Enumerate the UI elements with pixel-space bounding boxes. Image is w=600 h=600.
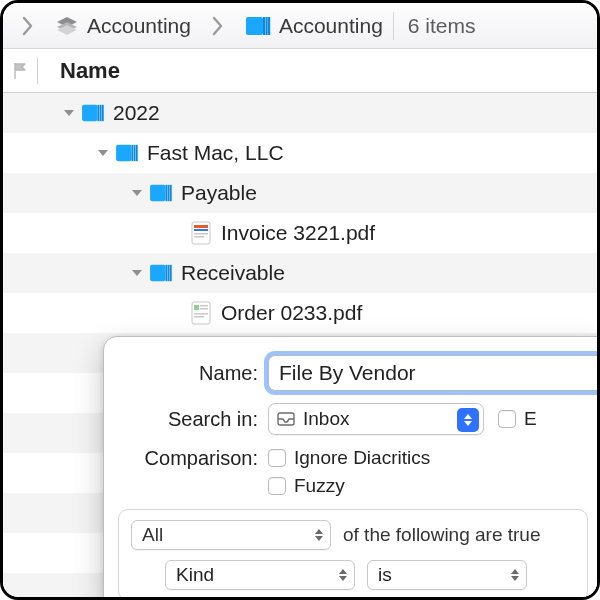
svg-rect-29 (194, 313, 208, 315)
scope-value: All (142, 524, 163, 546)
row-name: Name: (104, 355, 600, 391)
svg-rect-17 (194, 225, 208, 228)
tree-label: 2022 (107, 101, 160, 125)
tree-label: Invoice 3221.pdf (215, 221, 375, 245)
breadcrumb-item-0[interactable]: Accounting (45, 3, 201, 48)
svg-rect-12 (150, 185, 165, 201)
svg-rect-22 (166, 265, 168, 281)
chevron-right-icon (211, 16, 225, 36)
chevron-down-icon[interactable] (93, 147, 113, 159)
svg-rect-27 (200, 305, 208, 307)
svg-rect-19 (194, 233, 208, 235)
breadcrumb-sep-0 (11, 3, 45, 48)
label-search-in: Search in: (104, 408, 268, 431)
search-in-select[interactable]: Inbox (268, 403, 484, 435)
option-fuzzy[interactable]: Fuzzy (268, 475, 430, 497)
breadcrumb-label: Accounting (87, 14, 191, 38)
column-header-name[interactable]: Name (60, 58, 120, 84)
breadcrumb-label: Accounting (279, 14, 383, 38)
search-in-value: Inbox (303, 408, 349, 430)
pdf-icon (187, 301, 215, 325)
tree-row-file[interactable]: Invoice 3221.pdf (3, 213, 597, 253)
tree-label: Order 0233.pdf (215, 301, 362, 325)
breadcrumb-item-1[interactable]: Accounting (235, 3, 393, 48)
svg-rect-13 (166, 185, 168, 201)
tree-row-folder[interactable]: Payable (3, 173, 597, 213)
svg-rect-14 (168, 185, 170, 201)
tree-label: Payable (175, 181, 257, 205)
stack-icon (55, 16, 79, 36)
svg-rect-9 (132, 145, 134, 161)
column-header-row: Name (3, 49, 597, 93)
stepper-icon (507, 564, 523, 586)
op-value: is (378, 564, 392, 586)
svg-rect-2 (265, 17, 267, 35)
stepper-icon (335, 564, 351, 586)
option-label: Ignore Diacritics (294, 447, 430, 469)
svg-rect-4 (82, 105, 97, 121)
label-comparison: Comparison: (104, 447, 268, 470)
checkbox-icon (498, 410, 516, 428)
option-ignore-diacritics[interactable]: Ignore Diacritics (268, 447, 430, 469)
svg-rect-15 (170, 185, 172, 201)
inbox-icon (277, 412, 295, 426)
chevron-down-icon[interactable] (127, 267, 147, 279)
scope-select[interactable]: All (131, 520, 331, 550)
svg-rect-7 (102, 105, 104, 121)
flag-icon (12, 62, 28, 80)
group-icon (245, 15, 271, 37)
svg-rect-20 (194, 236, 204, 238)
attr-select[interactable]: Kind (165, 560, 355, 590)
rule-line-condition: Kind is (131, 560, 575, 590)
op-select[interactable]: is (367, 560, 527, 590)
svg-rect-28 (200, 308, 208, 310)
stepper-icon (311, 524, 327, 546)
tree-row-folder[interactable]: Receivable (3, 253, 597, 293)
group-icon (147, 263, 175, 283)
item-count: 6 items (394, 14, 490, 38)
svg-rect-1 (263, 17, 265, 35)
row-search-in: Search in: Inbox E (104, 403, 600, 435)
svg-rect-24 (170, 265, 172, 281)
svg-rect-10 (134, 145, 136, 161)
row-comparison: Comparison: Ignore Diacritics Fuzzy (104, 447, 600, 497)
tree-label: Fast Mac, LLC (141, 141, 284, 165)
svg-rect-11 (136, 145, 138, 161)
tree-label: Receivable (175, 261, 285, 285)
pdf-icon (187, 221, 215, 245)
chevron-right-icon (21, 16, 35, 36)
checkbox-icon (268, 477, 286, 495)
svg-rect-21 (150, 265, 165, 281)
label-name: Name: (104, 362, 268, 385)
rule-panel: Name: Search in: Inbox E Comparison: Ign… (103, 336, 600, 600)
svg-rect-23 (168, 265, 170, 281)
svg-rect-6 (100, 105, 102, 121)
flag-column[interactable] (3, 62, 37, 80)
group-icon (113, 143, 141, 163)
svg-rect-8 (116, 145, 131, 161)
attr-value: Kind (176, 564, 214, 586)
svg-rect-18 (194, 229, 208, 231)
breadcrumb-bar: Accounting Accounting 6 items (3, 3, 597, 49)
chevron-down-icon[interactable] (59, 107, 79, 119)
option-label: Fuzzy (294, 475, 345, 497)
breadcrumb-sep-1 (201, 3, 235, 48)
checkbox-icon (268, 449, 286, 467)
rule-builder: All of the following are true Kind is (118, 509, 588, 600)
chevron-down-icon[interactable] (127, 187, 147, 199)
rule-line-scope: All of the following are true (131, 520, 575, 550)
tree-row-folder[interactable]: Fast Mac, LLC (3, 133, 597, 173)
scope-suffix: of the following are true (343, 524, 541, 546)
group-icon (79, 103, 107, 123)
column-separator (37, 58, 38, 84)
group-icon (147, 183, 175, 203)
extra-checkbox[interactable]: E (498, 408, 537, 430)
svg-rect-0 (246, 17, 263, 35)
name-input[interactable] (268, 355, 600, 391)
svg-rect-3 (268, 17, 270, 35)
svg-rect-30 (194, 316, 204, 318)
extra-check-label: E (524, 408, 537, 430)
tree-row-folder[interactable]: 2022 (3, 93, 597, 133)
svg-rect-26 (194, 305, 199, 310)
tree-row-file[interactable]: Order 0233.pdf (3, 293, 597, 333)
